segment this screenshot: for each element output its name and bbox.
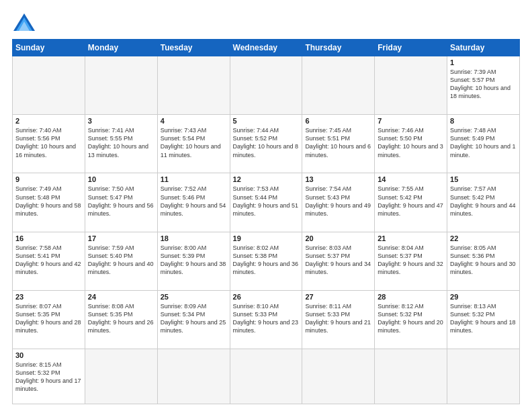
day-cell: 12Sunrise: 7:53 AM Sunset: 5:44 PM Dayli… (230, 173, 302, 232)
day-info: Sunrise: 7:40 AM Sunset: 5:56 PM Dayligh… (15, 126, 82, 159)
day-cell: 3Sunrise: 7:41 AM Sunset: 5:55 PM Daylig… (85, 115, 157, 173)
week-row-3: 9Sunrise: 7:49 AM Sunset: 5:48 PM Daylig… (13, 173, 520, 232)
day-info: Sunrise: 8:03 AM Sunset: 5:37 PM Dayligh… (305, 244, 371, 277)
day-cell: 22Sunrise: 8:05 AM Sunset: 5:36 PM Dayli… (447, 232, 520, 290)
day-cell: 25Sunrise: 8:09 AM Sunset: 5:34 PM Dayli… (157, 290, 230, 349)
day-cell: 23Sunrise: 8:07 AM Sunset: 5:35 PM Dayli… (13, 290, 85, 349)
day-number: 25 (161, 293, 227, 301)
day-info: Sunrise: 8:15 AM Sunset: 5:32 PM Dayligh… (15, 361, 82, 394)
day-cell: 28Sunrise: 8:12 AM Sunset: 5:32 PM Dayli… (375, 290, 447, 349)
day-number: 6 (305, 117, 371, 125)
day-info: Sunrise: 7:50 AM Sunset: 5:47 PM Dayligh… (88, 185, 154, 218)
calendar-table: SundayMondayTuesdayWednesdayThursdayFrid… (12, 39, 520, 404)
day-cell (13, 56, 85, 115)
day-info: Sunrise: 7:49 AM Sunset: 5:48 PM Dayligh… (15, 185, 82, 218)
day-info: Sunrise: 7:48 AM Sunset: 5:49 PM Dayligh… (450, 126, 517, 159)
day-cell: 30Sunrise: 8:15 AM Sunset: 5:32 PM Dayli… (13, 349, 85, 404)
day-cell: 5Sunrise: 7:44 AM Sunset: 5:52 PM Daylig… (230, 115, 302, 173)
day-number: 11 (161, 175, 227, 183)
day-number: 26 (233, 293, 300, 301)
day-number: 5 (233, 117, 300, 125)
day-info: Sunrise: 8:11 AM Sunset: 5:33 PM Dayligh… (305, 302, 371, 335)
day-cell: 7Sunrise: 7:46 AM Sunset: 5:50 PM Daylig… (375, 115, 447, 173)
day-info: Sunrise: 8:08 AM Sunset: 5:35 PM Dayligh… (88, 302, 154, 335)
day-number: 18 (161, 234, 227, 242)
day-cell: 13Sunrise: 7:54 AM Sunset: 5:43 PM Dayli… (302, 173, 375, 232)
week-row-5: 23Sunrise: 8:07 AM Sunset: 5:35 PM Dayli… (13, 290, 520, 349)
day-cell (85, 349, 157, 404)
day-cell: 26Sunrise: 8:10 AM Sunset: 5:33 PM Dayli… (230, 290, 302, 349)
day-info: Sunrise: 7:41 AM Sunset: 5:55 PM Dayligh… (88, 126, 154, 159)
week-row-4: 16Sunrise: 7:58 AM Sunset: 5:41 PM Dayli… (13, 232, 520, 290)
day-cell: 17Sunrise: 7:59 AM Sunset: 5:40 PM Dayli… (85, 232, 157, 290)
day-info: Sunrise: 8:05 AM Sunset: 5:36 PM Dayligh… (450, 244, 517, 277)
day-cell: 18Sunrise: 8:00 AM Sunset: 5:39 PM Dayli… (157, 232, 230, 290)
day-info: Sunrise: 8:13 AM Sunset: 5:32 PM Dayligh… (450, 302, 517, 335)
week-row-6: 30Sunrise: 8:15 AM Sunset: 5:32 PM Dayli… (13, 349, 520, 404)
day-cell: 16Sunrise: 7:58 AM Sunset: 5:41 PM Dayli… (13, 232, 85, 290)
day-cell: 27Sunrise: 8:11 AM Sunset: 5:33 PM Dayli… (302, 290, 375, 349)
day-number: 23 (15, 293, 82, 301)
day-number: 8 (450, 117, 517, 125)
day-number: 7 (378, 117, 444, 125)
day-cell (230, 349, 302, 404)
day-cell (157, 56, 230, 115)
day-cell: 29Sunrise: 8:13 AM Sunset: 5:32 PM Dayli… (447, 290, 520, 349)
day-cell (375, 349, 447, 404)
day-cell: 6Sunrise: 7:45 AM Sunset: 5:51 PM Daylig… (302, 115, 375, 173)
day-cell: 14Sunrise: 7:55 AM Sunset: 5:42 PM Dayli… (375, 173, 447, 232)
day-number: 10 (88, 175, 154, 183)
day-number: 30 (15, 351, 82, 359)
day-cell: 4Sunrise: 7:43 AM Sunset: 5:54 PM Daylig… (157, 115, 230, 173)
day-number: 17 (88, 234, 154, 242)
day-info: Sunrise: 8:10 AM Sunset: 5:33 PM Dayligh… (233, 302, 300, 335)
day-cell (302, 56, 375, 115)
day-number: 21 (378, 234, 444, 242)
header (12, 12, 520, 32)
day-info: Sunrise: 8:09 AM Sunset: 5:34 PM Dayligh… (161, 302, 227, 335)
day-number: 12 (233, 175, 300, 183)
day-info: Sunrise: 7:44 AM Sunset: 5:52 PM Dayligh… (233, 126, 300, 159)
day-info: Sunrise: 7:55 AM Sunset: 5:42 PM Dayligh… (378, 185, 444, 218)
day-cell: 21Sunrise: 8:04 AM Sunset: 5:37 PM Dayli… (375, 232, 447, 290)
day-number: 27 (305, 293, 371, 301)
day-info: Sunrise: 7:58 AM Sunset: 5:41 PM Dayligh… (15, 244, 82, 277)
day-cell: 24Sunrise: 8:08 AM Sunset: 5:35 PM Dayli… (85, 290, 157, 349)
calendar-page: SundayMondayTuesdayWednesdayThursdayFrid… (0, 0, 532, 411)
day-info: Sunrise: 7:53 AM Sunset: 5:44 PM Dayligh… (233, 185, 300, 218)
day-number: 29 (450, 293, 517, 301)
day-number: 19 (233, 234, 300, 242)
weekday-thursday: Thursday (302, 40, 375, 56)
day-cell (85, 56, 157, 115)
day-info: Sunrise: 7:39 AM Sunset: 5:57 PM Dayligh… (450, 68, 517, 101)
day-number: 16 (15, 234, 82, 242)
day-cell: 2Sunrise: 7:40 AM Sunset: 5:56 PM Daylig… (13, 115, 85, 173)
day-info: Sunrise: 8:12 AM Sunset: 5:32 PM Dayligh… (378, 302, 444, 335)
day-info: Sunrise: 7:54 AM Sunset: 5:43 PM Dayligh… (305, 185, 371, 218)
day-number: 24 (88, 293, 154, 301)
day-number: 2 (15, 117, 82, 125)
day-cell (230, 56, 302, 115)
day-number: 4 (161, 117, 227, 125)
weekday-monday: Monday (85, 40, 157, 56)
day-number: 1 (450, 58, 517, 66)
day-number: 28 (378, 293, 444, 301)
day-number: 3 (88, 117, 154, 125)
day-number: 14 (378, 175, 444, 183)
day-info: Sunrise: 8:04 AM Sunset: 5:37 PM Dayligh… (378, 244, 444, 277)
day-number: 15 (450, 175, 517, 183)
day-cell: 10Sunrise: 7:50 AM Sunset: 5:47 PM Dayli… (85, 173, 157, 232)
day-cell: 20Sunrise: 8:03 AM Sunset: 5:37 PM Dayli… (302, 232, 375, 290)
weekday-saturday: Saturday (447, 40, 520, 56)
weekday-sunday: Sunday (13, 40, 85, 56)
day-info: Sunrise: 7:52 AM Sunset: 5:46 PM Dayligh… (161, 185, 227, 218)
day-info: Sunrise: 8:02 AM Sunset: 5:38 PM Dayligh… (233, 244, 300, 277)
day-number: 20 (305, 234, 371, 242)
weekday-header-row: SundayMondayTuesdayWednesdayThursdayFrid… (13, 40, 520, 56)
day-cell: 9Sunrise: 7:49 AM Sunset: 5:48 PM Daylig… (13, 173, 85, 232)
day-number: 22 (450, 234, 517, 242)
day-cell: 1Sunrise: 7:39 AM Sunset: 5:57 PM Daylig… (447, 56, 520, 115)
day-info: Sunrise: 7:57 AM Sunset: 5:42 PM Dayligh… (450, 185, 517, 218)
day-cell (447, 349, 520, 404)
day-number: 9 (15, 175, 82, 183)
